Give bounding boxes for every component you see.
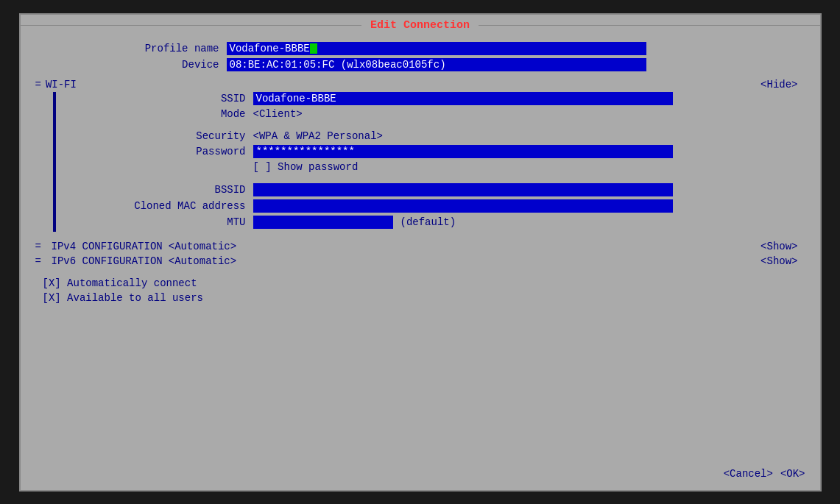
ipv6-show-button[interactable]: <Show>	[760, 255, 805, 267]
spacer1	[62, 123, 805, 130]
wifi-section-header: = WI-FI <Hide>	[35, 79, 805, 90]
wifi-block: SSID Vodafone-BBBE Mode <Client> Securit…	[35, 92, 805, 232]
title-bar-line-right	[479, 25, 819, 26]
wifi-left-bar	[53, 92, 56, 232]
ssid-row: SSID Vodafone-BBBE	[62, 92, 805, 105]
wifi-hide-button[interactable]: <Hide>	[760, 79, 805, 90]
cloned-mac-row: Cloned MAC address	[62, 199, 805, 213]
ipv4-value[interactable]: <Automatic>	[169, 241, 236, 252]
ipv4-show-button[interactable]: <Show>	[760, 241, 805, 252]
ipv6-marker: =	[35, 255, 47, 267]
wifi-marker: =	[35, 79, 41, 90]
wifi-fields: SSID Vodafone-BBBE Mode <Client> Securit…	[62, 92, 805, 232]
ipv4-label: IPv4 CONFIGURATION	[52, 241, 163, 252]
mode-label: Mode	[62, 108, 253, 120]
device-input[interactable]: 08:BE:AC:01:05:FC (wlx08beac0105fc)	[227, 58, 646, 71]
mode-value[interactable]: <Client>	[253, 108, 303, 120]
device-label: Device	[35, 59, 227, 71]
ipv4-marker: =	[35, 241, 47, 252]
all-users-checkbox[interactable]: [X] Available to all users	[43, 292, 203, 304]
cloned-mac-input[interactable]	[253, 199, 673, 213]
bssid-row: BSSID	[62, 183, 805, 196]
spacer4	[35, 270, 805, 277]
profile-name-label: Profile name	[35, 43, 227, 54]
ok-button[interactable]: <OK>	[780, 468, 805, 480]
spacer3	[35, 233, 805, 241]
bssid-input[interactable]	[253, 183, 673, 196]
password-input[interactable]: ****************	[253, 145, 673, 158]
main-content: Profile name Vodafone-BBBE Device 08:BE:…	[21, 36, 820, 313]
security-row: Security <WPA & WPA2 Personal>	[62, 130, 805, 142]
ipv4-row: = IPv4 CONFIGURATION <Automatic> <Show>	[35, 241, 805, 252]
password-row: Password ****************	[62, 145, 805, 158]
cloned-mac-label: Cloned MAC address	[62, 200, 253, 212]
ssid-input[interactable]: Vodafone-BBBE	[253, 92, 673, 105]
mtu-suffix: (default)	[400, 216, 456, 228]
security-value[interactable]: <WPA & WPA2 Personal>	[253, 130, 383, 142]
cursor	[310, 43, 317, 54]
spacer2	[62, 176, 805, 183]
auto-connect-row: [X] Automatically connect	[35, 277, 805, 289]
title-bar-line-left	[21, 25, 361, 26]
all-users-row: [X] Available to all users	[35, 292, 805, 304]
ssid-label: SSID	[62, 93, 253, 104]
profile-name-input[interactable]: Vodafone-BBBE	[227, 42, 646, 55]
auto-connect-checkbox[interactable]: [X] Automatically connect	[43, 277, 197, 289]
show-password-row: [ ] Show password	[62, 161, 805, 173]
mtu-input[interactable]	[253, 216, 393, 229]
show-password-checkbox[interactable]: [ ] Show password	[253, 161, 359, 173]
title-bar: Edit Connection	[21, 15, 820, 36]
device-row: Device 08:BE:AC:01:05:FC (wlx08beac0105f…	[35, 58, 805, 71]
cancel-button[interactable]: <Cancel>	[724, 468, 773, 480]
mtu-row: MTU (default)	[62, 216, 805, 229]
password-label: Password	[62, 146, 253, 157]
bssid-label: BSSID	[62, 184, 253, 196]
ipv6-row: = IPv6 CONFIGURATION <Automatic> <Show>	[35, 255, 805, 267]
security-label: Security	[62, 130, 253, 142]
bottom-buttons: <Cancel> <OK>	[724, 468, 805, 480]
window-title: Edit Connection	[361, 19, 479, 32]
mode-row: Mode <Client>	[62, 108, 805, 120]
profile-name-row: Profile name Vodafone-BBBE	[35, 42, 805, 55]
mtu-label: MTU	[62, 216, 253, 228]
terminal-window: Edit Connection Profile name Vodafone-BB…	[19, 13, 822, 491]
ipv6-value[interactable]: <Automatic>	[169, 255, 236, 267]
wifi-title: WI-FI	[46, 79, 77, 90]
ipv6-label: IPv6 CONFIGURATION	[52, 255, 163, 267]
